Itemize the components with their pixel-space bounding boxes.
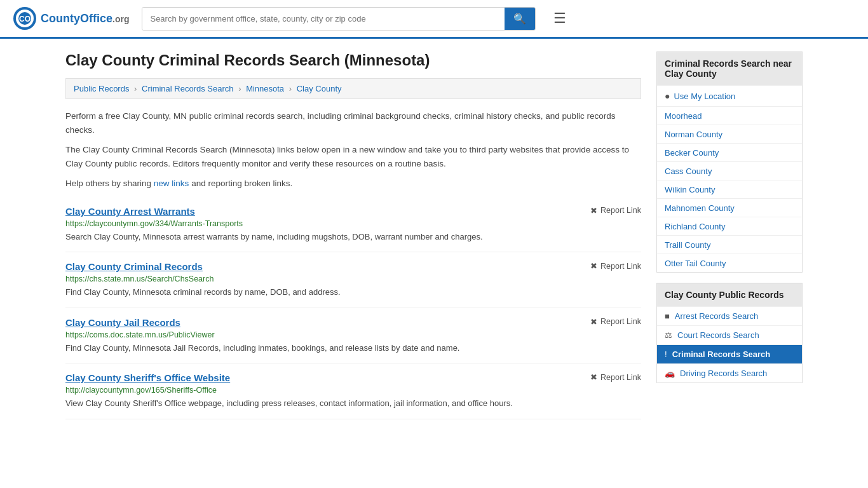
search-input[interactable]: [142, 8, 505, 30]
record-description: Find Clay County, Minnesota criminal rec…: [65, 286, 641, 299]
record-entry: Clay County Jail Records ✖ Report Link h…: [65, 308, 641, 364]
near-location-link[interactable]: Otter Tail County: [665, 259, 726, 268]
description-2: The Clay County Criminal Records Search …: [65, 143, 641, 170]
sidebar: Criminal Records Search near Clay County…: [656, 51, 803, 419]
record-entry: Clay County Arrest Warrants ✖ Report Lin…: [65, 197, 641, 253]
record-title-link[interactable]: Clay County Sheriff's Office Website: [65, 372, 230, 383]
main-container: Clay County Criminal Records Search (Min…: [53, 39, 815, 432]
breadcrumb-criminal-records-search[interactable]: Criminal Records Search: [142, 84, 234, 93]
near-items-container: MoorheadNorman CountyBecker CountyCass C…: [657, 106, 802, 272]
report-link-icon: ✖: [590, 261, 597, 271]
breadcrumb: Public Records › Criminal Records Search…: [65, 78, 641, 99]
use-location-link[interactable]: Use My Location: [674, 92, 735, 101]
report-link-icon: ✖: [590, 317, 597, 327]
record-url: https://chs.state.mn.us/Search/ChsSearch: [65, 274, 641, 283]
record-description: View Clay County Sheriff's Office webpag…: [65, 397, 641, 410]
header: CO CountyOffice.org 🔍 ☰: [0, 0, 868, 39]
breadcrumb-minnesota[interactable]: Minnesota: [246, 84, 284, 93]
near-location-link[interactable]: Richland County: [665, 222, 725, 231]
public-records-item[interactable]: ⚖ Court Records Search: [657, 325, 802, 344]
record-url: https://claycountymn.gov/334/Warrants-Tr…: [65, 219, 641, 228]
sidebar-item-icon: ⚖: [665, 330, 672, 340]
logo-link[interactable]: CO CountyOffice.org: [13, 6, 129, 30]
near-location-link[interactable]: Becker County: [665, 148, 719, 158]
public-records-items: ■ Arrest Records Search ⚖ Court Records …: [657, 306, 802, 383]
svg-text:CO: CO: [19, 15, 31, 24]
near-location-item: Richland County: [657, 217, 802, 235]
public-records-item[interactable]: ! Criminal Records Search: [657, 344, 802, 363]
near-location-item: Otter Tail County: [657, 254, 802, 272]
near-location-item: Norman County: [657, 125, 802, 143]
use-location-item[interactable]: ● Use My Location: [657, 85, 802, 106]
logo-text: CountyOffice.org: [41, 12, 129, 25]
report-link-label: Report Link: [600, 317, 641, 326]
sidebar-item-icon: 🚗: [665, 369, 675, 378]
near-location-link[interactable]: Traill County: [665, 240, 710, 250]
logo-icon: CO: [13, 6, 37, 30]
report-link-label: Report Link: [600, 206, 641, 215]
breadcrumb-clay-county[interactable]: Clay County: [297, 84, 342, 93]
record-url: http://claycountymn.gov/165/Sheriffs-Off…: [65, 386, 641, 395]
near-location-link[interactable]: Cass County: [665, 166, 712, 176]
content-area: Clay County Criminal Records Search (Min…: [65, 51, 641, 419]
public-records-section: Clay County Public Records ■ Arrest Reco…: [656, 283, 803, 383]
near-location-link[interactable]: Norman County: [665, 130, 722, 139]
record-title-link[interactable]: Clay County Arrest Warrants: [65, 206, 195, 217]
record-entry: Clay County Sheriff's Office Website ✖ R…: [65, 363, 641, 419]
breadcrumb-public-records[interactable]: Public Records: [74, 84, 129, 93]
report-link[interactable]: ✖ Report Link: [590, 372, 641, 382]
record-title-link[interactable]: Clay County Jail Records: [65, 317, 180, 328]
near-location-item: Mahnomen County: [657, 198, 802, 217]
public-records-item[interactable]: ■ Arrest Records Search: [657, 306, 802, 325]
report-link-icon: ✖: [590, 206, 597, 215]
new-links-link[interactable]: new links: [154, 179, 189, 188]
report-link-label: Report Link: [600, 373, 641, 382]
sidebar-item-link[interactable]: Driving Records Search: [680, 369, 767, 378]
public-records-title: Clay County Public Records: [657, 283, 802, 306]
menu-button[interactable]: ☰: [553, 10, 566, 27]
sidebar-item-icon: !: [665, 349, 667, 359]
search-button[interactable]: 🔍: [505, 8, 535, 30]
report-link[interactable]: ✖ Report Link: [590, 206, 641, 215]
public-records-item[interactable]: 🚗 Driving Records Search: [657, 363, 802, 383]
records-container: Clay County Arrest Warrants ✖ Report Lin…: [65, 197, 641, 419]
location-icon: ●: [665, 91, 670, 101]
near-location-item: Cass County: [657, 161, 802, 180]
sidebar-item-icon: ■: [665, 311, 670, 321]
report-link[interactable]: ✖ Report Link: [590, 261, 641, 271]
near-location-link[interactable]: Moorhead: [665, 111, 702, 121]
near-location-item: Wilkin County: [657, 180, 802, 198]
search-bar: 🔍: [142, 7, 536, 30]
near-location-item: Becker County: [657, 143, 802, 161]
report-link-icon: ✖: [590, 372, 597, 382]
sidebar-item-link[interactable]: Criminal Records Search: [672, 349, 771, 359]
record-entry: Clay County Criminal Records ✖ Report Li…: [65, 252, 641, 308]
description-3: Help others by sharing new links and rep…: [65, 177, 641, 191]
near-location-item: Moorhead: [657, 106, 802, 125]
near-location-link[interactable]: Mahnomen County: [665, 203, 735, 213]
near-location-item: Traill County: [657, 235, 802, 254]
sidebar-item-link[interactable]: Arrest Records Search: [675, 311, 759, 321]
record-description: Find Clay County, Minnesota Jail Records…: [65, 342, 641, 355]
record-url: https://coms.doc.state.mn.us/PublicViewe…: [65, 330, 641, 339]
record-title-link[interactable]: Clay County Criminal Records: [65, 261, 203, 272]
page-title: Clay County Criminal Records Search (Min…: [65, 51, 641, 69]
near-location-link[interactable]: Wilkin County: [665, 185, 715, 194]
report-link[interactable]: ✖ Report Link: [590, 317, 641, 327]
report-link-label: Report Link: [600, 262, 641, 271]
near-section: Criminal Records Search near Clay County…: [656, 51, 803, 273]
near-section-title: Criminal Records Search near Clay County: [657, 52, 802, 85]
description-1: Perform a free Clay County, MN public cr…: [65, 109, 641, 137]
sidebar-item-link[interactable]: Court Records Search: [677, 330, 759, 340]
record-description: Search Clay County, Minnesota arrest war…: [65, 231, 641, 243]
